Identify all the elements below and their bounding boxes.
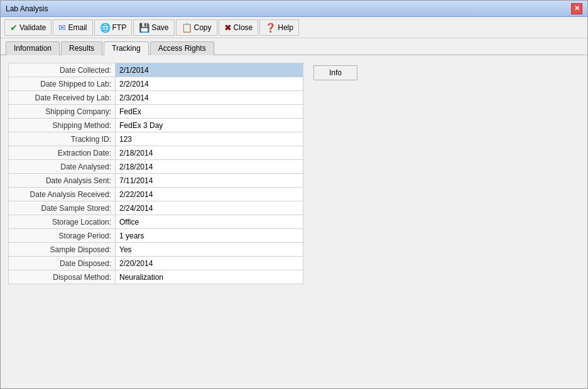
validate-label: Validate [19, 23, 46, 32]
row-label-15: Disposal Method: [9, 270, 116, 284]
title-bar: Lab Analysis ✕ [1, 1, 587, 17]
row-value-2: 2/3/2014 [116, 91, 303, 105]
row-value-6: 2/18/2014 [116, 146, 303, 160]
table-row: Disposal Method:Neuralization [9, 270, 303, 284]
row-label-12: Storage Period: [9, 229, 116, 243]
table-row: Shipping Company:FedEx [9, 105, 303, 119]
row-label-10: Date Sample Stored: [9, 201, 116, 215]
row-value-7: 2/18/2014 [116, 160, 303, 174]
row-value-5: 123 [116, 132, 303, 146]
row-value-9: 2/22/2014 [116, 188, 303, 201]
row-value-8: 7/11/2014 [116, 174, 303, 188]
row-label-9: Date Analysis Received: [9, 188, 116, 201]
table-row: Date Analysis Sent:7/11/2014 [9, 174, 303, 188]
tab-tracking[interactable]: Tracking [104, 41, 149, 55]
tracking-table: Date Collected:2/1/2014Date Shipped to L… [8, 63, 303, 284]
side-panel: Info [313, 63, 357, 284]
row-label-13: Sample Disposed: [9, 243, 116, 257]
window-close-button[interactable]: ✕ [571, 3, 582, 14]
save-button[interactable]: 💾Save [133, 19, 174, 36]
table-row: Date Disposed:2/20/2014 [9, 257, 303, 270]
table-row: Tracking ID:123 [9, 132, 303, 146]
row-label-4: Shipping Method: [9, 119, 116, 132]
table-row: Date Collected:2/1/2014 [9, 63, 303, 77]
row-value-11: Office [116, 215, 303, 229]
row-value-0: 2/1/2014 [116, 63, 303, 77]
email-icon: ✉ [58, 23, 66, 33]
row-label-6: Extraction Date: [9, 146, 116, 160]
row-value-14: 2/20/2014 [116, 257, 303, 270]
row-value-13: Yes [116, 243, 303, 257]
ftp-icon: 🌐 [100, 23, 111, 33]
copy-label: Copy [194, 23, 212, 32]
toolbar: ✔Validate✉Email🌐FTP💾Save📋Copy✖Close❓Help [1, 17, 587, 38]
row-label-7: Date Analysed: [9, 160, 116, 174]
table-row: Storage Period:1 years [9, 229, 303, 243]
table-row: Sample Disposed:Yes [9, 243, 303, 257]
row-label-8: Date Analysis Sent: [9, 174, 116, 188]
row-value-10: 2/24/2014 [116, 201, 303, 215]
table-row: Extraction Date:2/18/2014 [9, 146, 303, 160]
tab-information[interactable]: Information [6, 41, 60, 55]
tab-results[interactable]: Results [61, 41, 102, 55]
email-label: Email [68, 23, 87, 32]
validate-icon: ✔ [10, 23, 18, 33]
row-label-5: Tracking ID: [9, 132, 116, 146]
row-value-3: FedEx [116, 105, 303, 119]
row-value-1: 2/2/2014 [116, 77, 303, 91]
tabs-bar: InformationResultsTrackingAccess Rights [1, 38, 587, 55]
copy-icon: 📋 [182, 23, 192, 33]
table-row: Storage Location:Office [9, 215, 303, 229]
tracking-content: Date Collected:2/1/2014Date Shipped to L… [8, 63, 580, 284]
table-row: Date Analysed:2/18/2014 [9, 160, 303, 174]
table-row: Date Sample Stored:2/24/2014 [9, 201, 303, 215]
help-icon: ❓ [265, 23, 276, 33]
row-label-14: Date Disposed: [9, 257, 116, 270]
info-button[interactable]: Info [313, 65, 357, 80]
ftp-label: FTP [112, 23, 127, 32]
window-title: Lab Analysis [6, 4, 48, 13]
tab-content: Date Collected:2/1/2014Date Shipped to L… [1, 55, 587, 388]
row-value-15: Neuralization [116, 270, 303, 284]
table-row: Date Received by Lab:2/3/2014 [9, 91, 303, 105]
main-window: Lab Analysis ✕ ✔Validate✉Email🌐FTP💾Save📋… [0, 0, 588, 389]
help-button[interactable]: ❓Help [259, 19, 299, 36]
tab-access-rights[interactable]: Access Rights [150, 41, 214, 55]
table-row: Shipping Method:FedEx 3 Day [9, 119, 303, 132]
row-value-4: FedEx 3 Day [116, 119, 303, 132]
save-icon: 💾 [139, 23, 150, 33]
row-label-2: Date Received by Lab: [9, 91, 116, 105]
row-value-12: 1 years [116, 229, 303, 243]
table-row: Date Analysis Received:2/22/2014 [9, 188, 303, 201]
close-label: Close [234, 23, 253, 32]
help-label: Help [278, 23, 293, 32]
email-button[interactable]: ✉Email [53, 19, 92, 36]
row-label-11: Storage Location: [9, 215, 116, 229]
close-button[interactable]: ✖Close [219, 19, 259, 36]
row-label-0: Date Collected: [9, 63, 116, 77]
ftp-button[interactable]: 🌐FTP [94, 19, 133, 36]
table-row: Date Shipped to Lab:2/2/2014 [9, 77, 303, 91]
row-label-1: Date Shipped to Lab: [9, 77, 116, 91]
copy-button[interactable]: 📋Copy [176, 19, 217, 36]
close-icon: ✖ [224, 23, 232, 33]
validate-button[interactable]: ✔Validate [4, 19, 52, 36]
save-label: Save [151, 23, 168, 32]
row-label-3: Shipping Company: [9, 105, 116, 119]
